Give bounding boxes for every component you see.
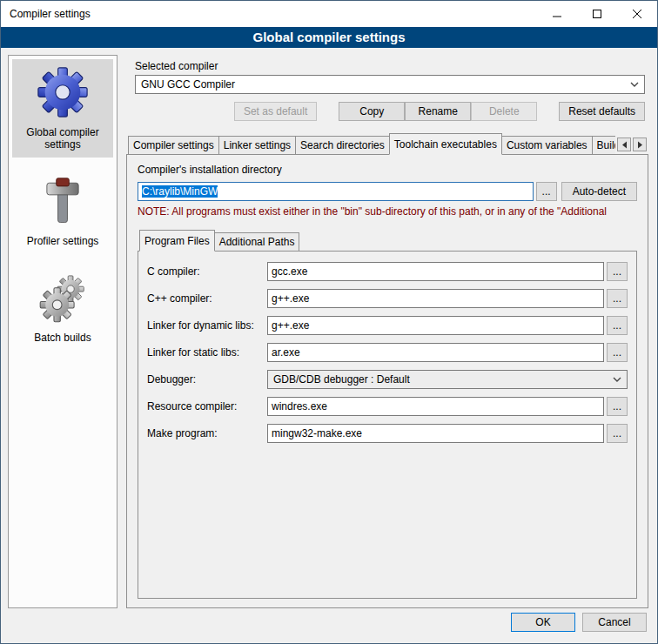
cpp-compiler-input[interactable]: g++.exe	[267, 289, 604, 308]
resource-compiler-label: Resource compiler:	[147, 400, 267, 413]
linker-dynamic-value: g++.exe	[272, 319, 309, 332]
linker-static-row: Linker for static libs: ar.exe ...	[147, 343, 628, 362]
c-compiler-input[interactable]: gcc.exe	[267, 262, 604, 281]
dialog-content: Global compiler settings	[1, 48, 657, 608]
tab-search-directories[interactable]: Search directories	[295, 136, 390, 154]
linker-dynamic-input[interactable]: g++.exe	[267, 316, 604, 335]
tab-scroll-left-button[interactable]	[617, 138, 631, 151]
rename-button[interactable]: Rename	[405, 102, 471, 121]
close-button[interactable]	[617, 1, 657, 27]
maximize-button[interactable]	[577, 1, 617, 27]
tab-linker-settings[interactable]: Linker settings	[218, 136, 296, 154]
chevron-down-icon	[611, 377, 623, 382]
close-icon	[633, 10, 641, 18]
compiler-combobox-value: GNU GCC Compiler	[141, 78, 628, 91]
compiler-settings-window: Compiler settings Global compiler settin…	[0, 0, 658, 644]
maximize-icon	[593, 10, 601, 18]
sidebar-item-batch-builds[interactable]: Batch builds	[12, 268, 113, 351]
sidebar-item-label: Global compiler settings	[14, 126, 111, 151]
autodetect-button[interactable]: Auto-detect	[561, 182, 637, 201]
make-program-browse-button[interactable]: ...	[607, 424, 628, 443]
linker-dynamic-row: Linker for dynamic libs: g++.exe ...	[147, 316, 628, 335]
tab-scroll-arrows	[617, 138, 647, 151]
window-title: Compiler settings	[1, 8, 537, 20]
program-files-panel: C compiler: gcc.exe ... C++ compiler: g+…	[138, 251, 637, 599]
compiler-buttons-row: Set as default Copy Rename Delete Reset …	[135, 102, 645, 121]
sidebar-item-profiler-settings[interactable]: Profiler settings	[12, 171, 113, 254]
installation-directory-label: Compiler's installation directory	[138, 164, 637, 176]
global-compiler-gear-icon	[36, 64, 90, 121]
set-as-default-button[interactable]: Set as default	[234, 102, 317, 121]
tab-compiler-settings[interactable]: Compiler settings	[128, 136, 219, 154]
sidebar-item-global-compiler-settings[interactable]: Global compiler settings	[12, 59, 113, 158]
c-compiler-row: C compiler: gcc.exe ...	[147, 262, 628, 281]
tab-custom-variables[interactable]: Custom variables	[501, 136, 593, 154]
install-dir-value: C:\raylib\MinGW	[142, 185, 218, 198]
install-dir-input[interactable]: C:\raylib\MinGW	[138, 182, 534, 201]
debugger-value: GDB/CDB debugger : Default	[273, 373, 611, 386]
linker-static-browse-button[interactable]: ...	[607, 343, 628, 362]
c-compiler-label: C compiler:	[147, 265, 267, 278]
installation-directory-row: C:\raylib\MinGW ... Auto-detect	[138, 182, 637, 201]
settings-tabbar: Compiler settings Linker settings Search…	[126, 132, 648, 154]
cpp-compiler-row: C++ compiler: g++.exe ...	[147, 289, 628, 308]
program-files-tabbar: Program Files Additional Paths	[138, 229, 637, 251]
c-compiler-value: gcc.exe	[272, 265, 307, 278]
profiler-tool-icon	[37, 177, 88, 230]
make-program-value: mingw32-make.exe	[272, 427, 362, 439]
linker-dynamic-browse-button[interactable]: ...	[607, 316, 628, 335]
cpp-compiler-value: g++.exe	[272, 292, 309, 305]
tab-toolchain-executables[interactable]: Toolchain executables	[389, 133, 502, 155]
selected-compiler-label: Selected compiler	[135, 60, 645, 72]
c-compiler-browse-button[interactable]: ...	[607, 262, 628, 281]
cpp-compiler-label: C++ compiler:	[147, 292, 267, 305]
main-area: Selected compiler GNU GCC Compiler Set a…	[126, 55, 648, 608]
copy-button[interactable]: Copy	[339, 102, 405, 121]
delete-button[interactable]: Delete	[471, 102, 537, 121]
dialog-banner: Global compiler settings	[1, 27, 657, 48]
cpp-compiler-browse-button[interactable]: ...	[607, 289, 628, 308]
arrow-right-icon	[637, 141, 643, 149]
sidebar-item-label: Batch builds	[34, 332, 91, 344]
ok-button[interactable]: OK	[511, 613, 575, 632]
reset-defaults-button[interactable]: Reset defaults	[559, 102, 645, 121]
settings-sidebar: Global compiler settings	[8, 55, 118, 608]
tab-build-options[interactable]: Build options	[592, 136, 615, 154]
make-program-row: Make program: mingw32-make.exe ...	[147, 424, 628, 443]
linker-static-value: ar.exe	[272, 346, 300, 359]
subtab-program-files[interactable]: Program Files	[139, 230, 215, 252]
resource-compiler-browse-button[interactable]: ...	[607, 397, 628, 416]
debugger-row: Debugger: GDB/CDB debugger : Default	[147, 370, 628, 389]
compiler-combobox[interactable]: GNU GCC Compiler	[135, 75, 645, 94]
minimize-icon	[553, 10, 561, 18]
make-program-input[interactable]: mingw32-make.exe	[267, 424, 604, 443]
bin-subdirectory-note: NOTE: All programs must exist either in …	[138, 205, 637, 218]
toolchain-executables-panel: Compiler's installation directory C:\ray…	[126, 154, 648, 608]
titlebar: Compiler settings	[1, 1, 657, 27]
sidebar-item-label: Profiler settings	[27, 235, 99, 247]
resource-compiler-input[interactable]: windres.exe	[267, 397, 604, 416]
cancel-button[interactable]: Cancel	[582, 613, 647, 632]
subtab-additional-paths[interactable]: Additional Paths	[214, 232, 300, 251]
chevron-down-icon	[628, 82, 641, 87]
tab-scroll-right-button[interactable]	[633, 138, 647, 151]
debugger-combobox[interactable]: GDB/CDB debugger : Default	[267, 370, 628, 389]
dialog-footer: OK Cancel	[1, 608, 657, 643]
linker-dynamic-label: Linker for dynamic libs:	[147, 319, 267, 332]
linker-static-label: Linker for static libs:	[147, 346, 267, 359]
resource-compiler-value: windres.exe	[272, 400, 327, 413]
arrow-left-icon	[621, 141, 628, 149]
minimize-button[interactable]	[537, 1, 577, 27]
make-program-label: Make program:	[147, 427, 267, 439]
resource-compiler-row: Resource compiler: windres.exe ...	[147, 397, 628, 416]
debugger-label: Debugger:	[147, 373, 267, 386]
install-dir-browse-button[interactable]: ...	[536, 182, 557, 201]
linker-static-input[interactable]: ar.exe	[267, 343, 604, 362]
batch-builds-gears-icon	[37, 273, 88, 326]
